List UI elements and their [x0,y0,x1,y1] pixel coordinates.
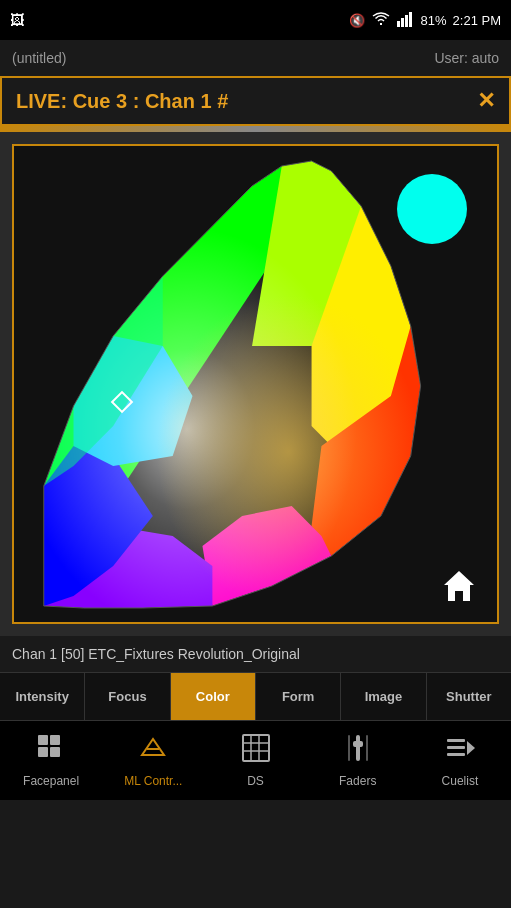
time-display: 2:21 PM [453,13,501,28]
nav-faders[interactable]: Faders [307,733,409,788]
signal-icon [397,11,415,30]
svg-rect-33 [366,735,368,761]
status-bar: 🖼 🔇 81% 2:21 PM [0,0,511,40]
faders-icon [343,733,373,770]
status-icons: 🔇 81% 2:21 PM [349,11,501,30]
facepanel-label: Facepanel [23,774,79,788]
svg-rect-34 [447,739,465,742]
color-indicator-dot [397,174,467,244]
nav-cuelist[interactable]: Cuelist [409,733,511,788]
live-banner: LIVE: Cue 3 : Chan 1 # ✕ [0,76,511,126]
svg-rect-30 [356,735,360,761]
svg-marker-22 [142,739,164,755]
svg-marker-37 [467,741,475,755]
channel-info-text: Chan 1 [50] ETC_Fixtures Revolution_Orig… [12,646,300,662]
user-label: User: auto [434,50,499,66]
cuelist-icon [445,733,475,770]
faders-label: Faders [339,774,376,788]
nav-facepanel[interactable]: Facepanel [0,733,102,788]
svg-rect-18 [38,735,48,745]
svg-rect-36 [447,753,465,756]
ds-icon [241,733,271,770]
svg-rect-19 [50,735,60,745]
tab-shutter[interactable]: Shutter [427,673,511,720]
mute-icon: 🔇 [349,13,365,28]
app-title: (untitled) [12,50,66,66]
svg-rect-20 [38,747,48,757]
wifi-icon [371,11,391,30]
svg-rect-35 [447,746,465,749]
color-picker-area [0,132,511,636]
svg-rect-21 [50,747,60,757]
svg-rect-31 [353,741,363,747]
svg-rect-2 [405,15,408,27]
svg-marker-15 [44,161,421,608]
status-left: 🖼 [10,12,24,28]
color-picker-frame[interactable] [12,144,499,624]
home-button[interactable] [435,562,483,610]
ml-contr-label: ML Contr... [124,774,182,788]
battery-icon: 81% [421,13,447,28]
tab-image[interactable]: Image [341,673,426,720]
screen-icon: 🖼 [10,12,24,28]
tab-focus[interactable]: Focus [85,673,170,720]
svg-rect-3 [409,12,412,27]
nav-ml-contr[interactable]: ML Contr... [102,733,204,788]
tab-color[interactable]: Color [171,673,256,720]
nav-ds[interactable]: DS [204,733,306,788]
svg-rect-0 [397,21,400,27]
live-cue-text: LIVE: Cue 3 : Chan 1 # [16,90,228,113]
tab-form[interactable]: Form [256,673,341,720]
ml-contr-icon [138,733,168,770]
title-bar: (untitled) User: auto [0,40,511,76]
cuelist-label: Cuelist [442,774,479,788]
svg-rect-1 [401,18,404,27]
ds-label: DS [247,774,264,788]
facepanel-icon [36,733,66,770]
svg-marker-17 [444,571,474,601]
attr-tabs: Intensity Focus Color Form Image Shutter [0,672,511,720]
close-button[interactable]: ✕ [477,88,495,114]
svg-rect-25 [243,735,269,761]
svg-rect-32 [348,735,350,761]
bottom-nav: Facepanel ML Contr... DS [0,720,511,800]
tab-intensity[interactable]: Intensity [0,673,85,720]
channel-info: Chan 1 [50] ETC_Fixtures Revolution_Orig… [0,636,511,672]
